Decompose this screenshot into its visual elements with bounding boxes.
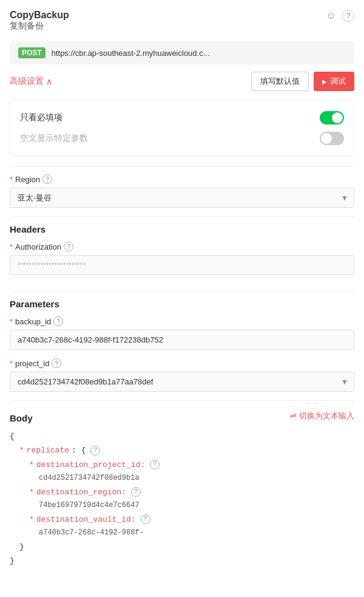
dest-region-key: destination_region: xyxy=(36,485,126,499)
smile-icon[interactable]: ☺ xyxy=(325,10,337,22)
headers-section-title: Headers xyxy=(10,224,354,234)
replicate-star: * xyxy=(19,443,24,457)
project-id-label: * project_id ? xyxy=(10,358,354,368)
url-text: https://cbr.ap-southeast-2.myhuaweicloud… xyxy=(52,49,210,58)
switch-to-text-button[interactable]: ⇌ 切换为文本输入 xyxy=(290,411,354,421)
divider-1 xyxy=(10,166,354,167)
title-english: CopyBackup xyxy=(10,10,69,21)
switch-label: 切换为文本输入 xyxy=(299,411,354,421)
only-required-toggle[interactable] xyxy=(320,111,344,125)
dest-region-help-icon[interactable]: ? xyxy=(131,487,141,497)
authorization-label-text: Authorization xyxy=(15,242,61,251)
divider-3 xyxy=(10,291,354,292)
advanced-settings-row: 高级设置 ∧ 填写默认值 调试 xyxy=(10,72,354,91)
dest-region-value-line: 74be16979710d4c4e7c6647 xyxy=(10,499,354,513)
dest-vault-id-value: a740b3c7-268c-4192-988f- xyxy=(39,527,144,540)
page-container: CopyBackup 复制备份 ☺ ? POST https://cbr.ap-… xyxy=(10,10,354,568)
region-help-icon[interactable]: ? xyxy=(42,174,52,184)
replicate-line: * replicate : { ? xyxy=(10,443,354,457)
headers-section: Headers * Authorization ? xyxy=(10,224,354,284)
url-bar: POST https://cbr.ap-southeast-2.myhuawei… xyxy=(10,41,354,64)
divider-2 xyxy=(10,216,354,217)
dest-project-value-line: cd4d2521734742f08ed9b1a xyxy=(10,472,354,485)
open-brace-text: { xyxy=(10,429,15,443)
dest-vault-line: * destination_vault_id: ? xyxy=(10,513,354,527)
project-id-help-icon[interactable]: ? xyxy=(52,358,61,368)
region-field: * Region ? 亚太-曼谷 华北-北京 华东-上海 ▼ xyxy=(10,174,354,208)
dest-project-id-line: * destination_project_id: ? xyxy=(10,458,354,472)
dest-project-key: destination_project_id: xyxy=(36,458,145,472)
backup-id-label: * backup_id ? xyxy=(10,316,354,326)
show-empty-row: 空文显示特定参数 xyxy=(20,128,344,149)
replicate-colon: : { xyxy=(72,443,86,457)
region-label: * Region ? xyxy=(10,174,354,184)
backup-id-field: * backup_id ? xyxy=(10,316,354,358)
divider-4 xyxy=(10,400,354,401)
dest-vault-star: * xyxy=(29,513,34,527)
debug-button[interactable]: 调试 xyxy=(314,72,354,91)
region-label-text: Region xyxy=(15,175,40,184)
advanced-label-text: 高级设置 xyxy=(10,76,44,87)
show-empty-toggle[interactable] xyxy=(320,132,344,145)
inner-close-brace-text: } xyxy=(19,540,24,554)
page-header: CopyBackup 复制备份 ☺ ? xyxy=(10,10,354,39)
project-id-required-star: * xyxy=(10,359,13,368)
only-required-label: 只看必填项 xyxy=(20,112,62,123)
outer-close-brace: } xyxy=(10,554,354,568)
backup-id-input[interactable] xyxy=(10,330,354,350)
authorization-input[interactable] xyxy=(10,255,354,275)
dest-region-line: * destination_region: ? xyxy=(10,485,354,499)
title-chinese: 复制备份 xyxy=(10,21,69,32)
show-empty-slider xyxy=(320,132,344,145)
replicate-help-icon[interactable]: ? xyxy=(90,446,100,455)
authorization-field: * Authorization ? xyxy=(10,242,354,284)
only-required-slider xyxy=(320,111,344,125)
dest-project-help-icon[interactable]: ? xyxy=(150,460,160,469)
options-panel: 只看必填项 空文显示特定参数 xyxy=(10,100,354,157)
help-icon[interactable]: ? xyxy=(342,10,354,22)
dest-region-value: 74be16979710d4c4e7c6647 xyxy=(39,499,140,513)
authorization-label: * Authorization ? xyxy=(10,242,354,251)
region-select-wrapper: 亚太-曼谷 华北-北京 华东-上海 ▼ xyxy=(10,188,354,208)
parameters-section-title: Parameters xyxy=(10,299,354,309)
show-empty-label: 空文显示特定参数 xyxy=(20,133,88,144)
project-id-select[interactable]: cd4d2521734742f08ed9b1a77aa78def xyxy=(10,372,354,392)
backup-id-help-icon[interactable]: ? xyxy=(53,316,63,326)
parameters-section: Parameters * backup_id ? * project_id ? … xyxy=(10,299,354,392)
auth-required-star: * xyxy=(10,242,13,251)
switch-icon: ⇌ xyxy=(290,411,297,420)
inner-close-brace: } xyxy=(10,540,354,554)
body-code-block: { * replicate : { ? * destination_projec… xyxy=(10,429,354,568)
dest-vault-key: destination_vault_id: xyxy=(36,513,136,527)
region-select[interactable]: 亚太-曼谷 华北-北京 华东-上海 xyxy=(10,188,354,208)
advanced-settings-toggle[interactable]: 高级设置 ∧ xyxy=(10,76,52,87)
header-icons: ☺ ? xyxy=(325,10,354,22)
dest-vault-help-icon[interactable]: ? xyxy=(141,514,150,524)
project-id-label-text: project_id xyxy=(15,359,49,368)
http-method-badge: POST xyxy=(18,47,46,58)
toolbar-buttons: 填写默认值 调试 xyxy=(251,72,354,91)
project-id-select-wrapper: cd4d2521734742f08ed9b1a77aa78def ▼ xyxy=(10,372,354,392)
titles: CopyBackup 复制备份 xyxy=(10,10,69,39)
dest-region-star: * xyxy=(29,485,34,499)
dest-project-id-value: cd4d2521734742f08ed9b1a xyxy=(39,472,140,485)
outer-close-brace-text: } xyxy=(10,554,15,568)
replicate-key: replicate xyxy=(27,443,69,457)
region-required-star: * xyxy=(10,175,13,184)
backup-id-label-text: backup_id xyxy=(15,317,51,326)
authorization-help-icon[interactable]: ? xyxy=(64,242,73,251)
body-header: Body ⇌ 切换为文本输入 xyxy=(10,408,354,423)
fill-default-button[interactable]: 填写默认值 xyxy=(251,72,309,91)
body-section-title: Body xyxy=(10,413,33,423)
dest-vault-value-line: a740b3c7-268c-4192-988f- xyxy=(10,527,354,540)
chevron-up-icon: ∧ xyxy=(46,77,52,86)
only-required-row: 只看必填项 xyxy=(20,107,344,128)
backup-id-required-star: * xyxy=(10,317,13,326)
body-section: Body ⇌ 切换为文本输入 { * replicate : { ? * des… xyxy=(10,408,354,568)
project-id-field: * project_id ? cd4d2521734742f08ed9b1a77… xyxy=(10,358,354,392)
dest-project-star: * xyxy=(29,458,34,472)
body-open-brace: { xyxy=(10,429,354,443)
